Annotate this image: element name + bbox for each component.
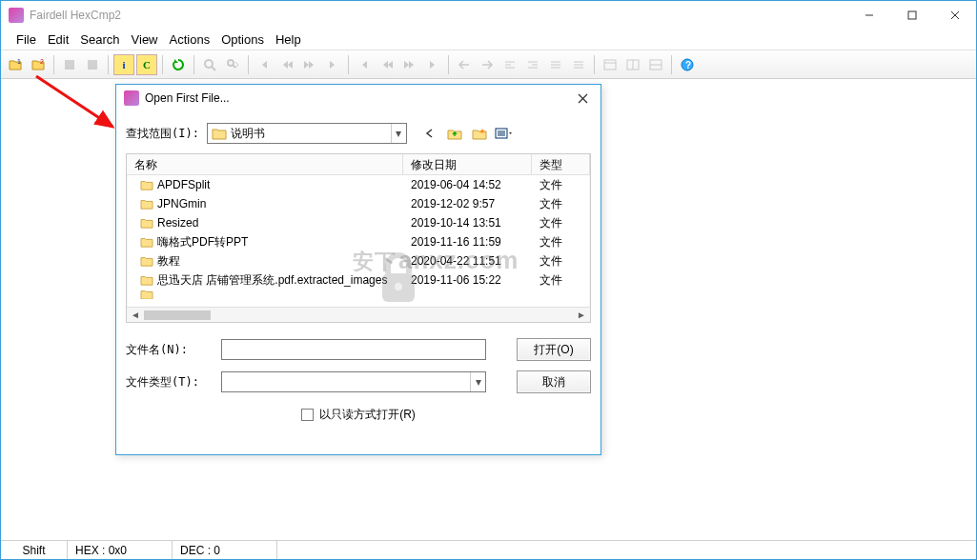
align-right-icon[interactable] (522, 54, 543, 75)
panel-2-icon[interactable] (622, 54, 643, 75)
nav-last-icon[interactable] (322, 54, 343, 75)
menu-view[interactable]: View (128, 30, 162, 49)
file-name: APDFSplit (157, 178, 210, 191)
statusbar: Shift HEX : 0x0 DEC : 0 (1, 540, 976, 559)
align-left-icon[interactable] (499, 54, 520, 75)
status-hex: HEX : 0x0 (68, 541, 173, 559)
scroll-left-icon[interactable]: ◄ (129, 310, 142, 321)
menu-help[interactable]: Help (272, 30, 305, 49)
file-list: 名称 修改日期 类型 APDFSplit2019-06-04 14:52文件JP… (126, 153, 591, 323)
dialog-close-button[interactable] (570, 89, 595, 108)
file-row[interactable]: Resized2019-10-14 13:51文件 (127, 213, 590, 232)
back-icon[interactable] (420, 124, 439, 143)
file-type: 文件 (532, 196, 590, 212)
svg-text:1: 1 (17, 58, 21, 65)
file-row[interactable]: 嗨格式PDF转PPT2019-11-16 11:59文件 (127, 232, 590, 251)
list-1-icon[interactable] (545, 54, 566, 75)
svg-rect-24 (604, 60, 616, 70)
filename-input[interactable] (221, 339, 486, 360)
menu-edit[interactable]: Edit (44, 30, 72, 49)
info-c-icon[interactable]: C (136, 54, 157, 75)
file-type: 文件 (532, 177, 590, 193)
mark-last-icon[interactable] (422, 54, 443, 75)
view-menu-icon[interactable] (495, 124, 514, 143)
minimize-button[interactable] (847, 1, 890, 30)
toolbar: 1 2 i C ? (1, 50, 976, 79)
open-1-icon[interactable]: 1 (5, 54, 26, 75)
menu-search[interactable]: Search (76, 30, 123, 49)
folder-icon (140, 179, 153, 190)
chevron-down-icon[interactable]: ▾ (391, 124, 406, 143)
open-2-icon[interactable]: 2 (28, 54, 49, 75)
nav-next-icon[interactable] (299, 54, 320, 75)
lookin-combo[interactable]: 说明书 ▾ (207, 123, 407, 144)
file-name: 教程 (157, 253, 180, 270)
svg-text:2: 2 (40, 58, 44, 65)
mark-prev-icon[interactable] (377, 54, 397, 75)
list-2-icon[interactable] (568, 54, 589, 75)
horizontal-scrollbar[interactable]: ◄ ► (127, 307, 590, 322)
grey-1-icon (59, 54, 80, 75)
file-row[interactable]: APDFSplit2019-06-04 14:52文件 (127, 175, 590, 194)
file-row[interactable]: JPNGmin2019-12-02 9:57文件 (127, 194, 590, 213)
dialog-icon (124, 90, 139, 106)
lookin-label: 查找范围(I): (126, 126, 199, 142)
help-icon[interactable]: ? (677, 54, 698, 75)
status-shift: Shift (1, 541, 68, 559)
filename-label: 文件名(N): (126, 342, 221, 358)
panel-1-icon[interactable] (600, 54, 621, 75)
menu-actions[interactable]: Actions (166, 30, 214, 49)
file-type: 文件 (532, 234, 590, 250)
folder-icon (140, 236, 153, 248)
chevron-down-icon[interactable]: ▾ (470, 372, 485, 391)
nav-first-icon[interactable] (254, 54, 275, 75)
filetype-input[interactable] (222, 372, 470, 391)
close-button[interactable] (933, 1, 976, 30)
up-folder-icon[interactable] (445, 124, 464, 143)
info-i-icon[interactable]: i (113, 54, 134, 75)
sel-right-icon[interactable] (477, 54, 498, 75)
find-next-icon[interactable] (222, 54, 243, 75)
new-folder-icon[interactable] (470, 124, 489, 143)
sel-left-icon[interactable] (454, 54, 475, 75)
checkbox-box[interactable] (301, 409, 314, 421)
filetype-combo[interactable]: ▾ (221, 371, 486, 392)
open-file-dialog: Open First File... 查找范围(I): 说明书 ▾ 名称 (115, 84, 601, 455)
panel-3-icon[interactable] (645, 54, 666, 75)
svg-text:?: ? (685, 60, 691, 70)
readonly-checkbox[interactable]: 以只读方式打开(R) (301, 407, 416, 423)
svg-line-9 (212, 67, 215, 70)
folder-icon (140, 198, 153, 210)
app-icon (9, 8, 24, 23)
mark-first-icon[interactable] (354, 54, 375, 75)
menu-options[interactable]: Options (217, 30, 268, 49)
file-date: 2019-10-14 13:51 (403, 216, 532, 230)
file-type: 文件 (532, 272, 590, 289)
file-date: 2019-12-02 9:57 (403, 197, 532, 210)
menubar: File Edit Search View Actions Options He… (1, 30, 976, 50)
mark-next-icon[interactable] (399, 54, 420, 75)
file-date: 2019-11-16 11:59 (403, 235, 532, 249)
grey-2-icon (82, 54, 103, 75)
scroll-thumb[interactable] (144, 310, 211, 320)
file-row[interactable] (127, 290, 590, 299)
file-date: 2020-04-22 11:51 (403, 254, 532, 268)
find-icon[interactable] (199, 54, 220, 75)
refresh-icon[interactable] (168, 54, 189, 75)
menu-file[interactable]: File (12, 30, 40, 49)
svg-point-8 (205, 60, 213, 68)
file-name: JPNGmin (157, 197, 206, 210)
folder-icon (140, 255, 153, 267)
open-button[interactable]: 打开(O) (517, 338, 591, 361)
file-list-header: 名称 修改日期 类型 (127, 154, 590, 175)
nav-prev-icon[interactable] (276, 54, 297, 75)
file-row[interactable]: 教程2020-04-22 11:51文件 (127, 251, 590, 270)
col-name[interactable]: 名称 (127, 154, 403, 174)
scroll-right-icon[interactable]: ► (575, 310, 588, 321)
col-type[interactable]: 类型 (532, 154, 590, 174)
file-row[interactable]: 思迅天店 店铺管理系统.pdf.extracted_images2019-11-… (127, 270, 590, 290)
cancel-button[interactable]: 取消 (517, 370, 591, 393)
maximize-button[interactable] (890, 1, 933, 30)
col-date[interactable]: 修改日期 (403, 154, 532, 174)
file-date: 2019-11-06 15:22 (403, 273, 532, 287)
